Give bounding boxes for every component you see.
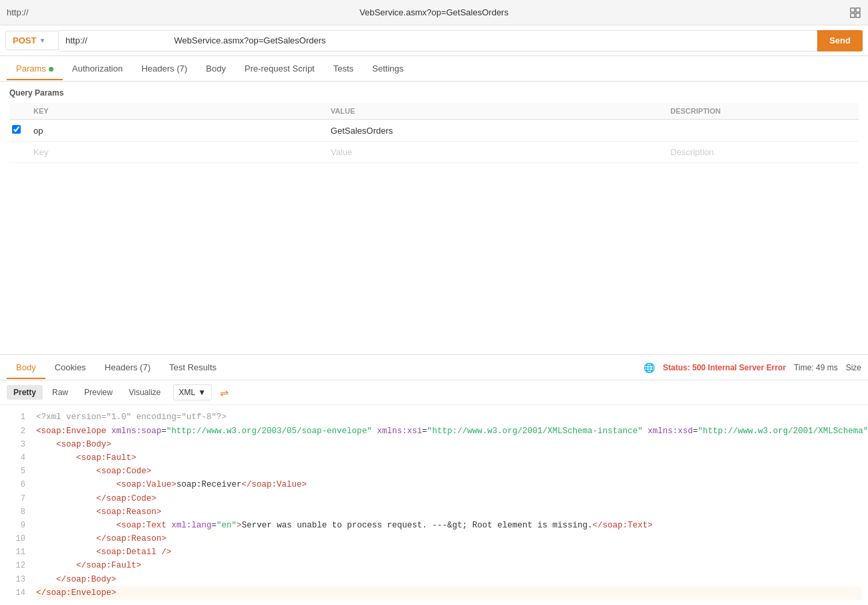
top-bar-title: VebService.asmx?op=GetSalesOrders bbox=[359, 7, 509, 17]
params-table: KEY VALUE DESCRIPTION op GetSalesOrders bbox=[9, 103, 859, 163]
response-status-bar: 🌐 Status: 500 Internal Server Error Time… bbox=[643, 362, 861, 373]
tab-tests[interactable]: Tests bbox=[324, 58, 363, 80]
svg-rect-2 bbox=[851, 13, 855, 17]
code-line-3: 3 <soap:Body> bbox=[0, 438, 868, 451]
code-line-14: 14</soap:Envelope> bbox=[0, 586, 868, 600]
tab-headers[interactable]: Headers (7) bbox=[132, 58, 197, 80]
table-row: op GetSalesOrders bbox=[9, 120, 859, 142]
format-tab-visualize[interactable]: Visualize bbox=[122, 385, 168, 400]
line-number: 9 bbox=[7, 519, 25, 532]
code-line-4: 4 <soap:Fault> bbox=[0, 451, 868, 465]
col-checkbox bbox=[9, 103, 28, 120]
line-content: <soap:Detail /> bbox=[36, 546, 861, 559]
code-line-9: 9 <soap:Text xml:lang="en">Server was un… bbox=[0, 519, 868, 532]
line-number: 4 bbox=[7, 451, 25, 465]
line-number: 3 bbox=[7, 438, 25, 451]
svg-rect-1 bbox=[856, 8, 860, 12]
row-value[interactable]: GetSalesOrders bbox=[325, 120, 665, 142]
globe-icon: 🌐 bbox=[643, 362, 655, 373]
line-number: 5 bbox=[7, 465, 25, 478]
status-time: Time: 49 ms bbox=[794, 363, 838, 372]
row-checkbox-cell[interactable] bbox=[9, 120, 28, 142]
row-checkbox[interactable] bbox=[12, 125, 21, 134]
code-line-5: 5 <soap:Code> bbox=[0, 465, 868, 478]
tab-authorization[interactable]: Authorization bbox=[63, 58, 132, 80]
placeholder-key[interactable]: Key bbox=[28, 142, 325, 163]
line-content: <soap:Code> bbox=[36, 465, 861, 478]
top-bar-right bbox=[849, 7, 861, 19]
line-content: <soap:Reason> bbox=[36, 505, 861, 519]
method-chevron: ▼ bbox=[39, 37, 45, 44]
top-bar-url-left: http:// bbox=[7, 7, 29, 17]
code-line-11: 11 <soap:Detail /> bbox=[0, 546, 868, 559]
code-line-13: 13 </soap:Body> bbox=[0, 573, 868, 586]
code-viewer[interactable]: 1<?xml version="1.0" encoding="utf-8"?>2… bbox=[0, 405, 868, 605]
xml-chevron: ▼ bbox=[198, 388, 206, 397]
tab-settings[interactable]: Settings bbox=[363, 58, 413, 80]
code-line-1: 1<?xml version="1.0" encoding="utf-8"?> bbox=[0, 410, 868, 424]
placeholder-description[interactable]: Description bbox=[665, 142, 859, 163]
code-line-10: 10 </soap:Reason> bbox=[0, 532, 868, 546]
placeholder-value[interactable]: Value bbox=[325, 142, 665, 163]
line-number: 14 bbox=[7, 586, 25, 600]
window-icon[interactable] bbox=[849, 7, 861, 19]
line-number: 10 bbox=[7, 532, 25, 546]
code-line-8: 8 <soap:Reason> bbox=[0, 505, 868, 519]
line-number: 8 bbox=[7, 505, 25, 519]
filter-icon[interactable]: ⇌ bbox=[220, 386, 229, 399]
xml-selector[interactable]: XML ▼ bbox=[173, 384, 212, 400]
url-bar: POST ▼ Send bbox=[0, 25, 868, 56]
code-line-2: 2<soap:Envelope xmlns:soap="http://www.w… bbox=[0, 425, 868, 438]
code-line-12: 12 </soap:Fault> bbox=[0, 559, 868, 572]
line-number: 11 bbox=[7, 546, 25, 559]
line-number: 12 bbox=[7, 559, 25, 572]
line-number: 6 bbox=[7, 478, 25, 491]
query-params-title: Query Params bbox=[9, 88, 859, 98]
line-number: 13 bbox=[7, 573, 25, 586]
format-tab-pretty[interactable]: Pretty bbox=[7, 385, 43, 400]
placeholder-checkbox-cell bbox=[9, 142, 28, 163]
line-content: </soap:Reason> bbox=[36, 532, 861, 546]
url-input[interactable] bbox=[59, 30, 817, 51]
line-number: 2 bbox=[7, 425, 25, 438]
resp-tab-body[interactable]: Body bbox=[7, 357, 45, 379]
query-params-section: Query Params KEY VALUE DESCRIPTION op bbox=[0, 82, 868, 163]
resp-tab-cookies[interactable]: Cookies bbox=[45, 357, 96, 379]
send-button[interactable]: Send bbox=[817, 30, 863, 51]
line-content: </soap:Envelope> bbox=[36, 586, 861, 600]
tab-prerequest[interactable]: Pre-request Script bbox=[235, 58, 324, 80]
code-line-7: 7 </soap:Code> bbox=[0, 492, 868, 505]
line-content: <soap:Fault> bbox=[36, 451, 861, 465]
response-tabs: Body Cookies Headers (7) Test Results 🌐 … bbox=[0, 355, 868, 380]
col-key: KEY bbox=[28, 103, 325, 120]
request-tabs: Params Authorization Headers (7) Body Pr… bbox=[0, 56, 868, 82]
line-number: 1 bbox=[7, 410, 25, 424]
line-content: </soap:Body> bbox=[36, 573, 861, 586]
status-size: Size bbox=[846, 363, 861, 372]
tab-body[interactable]: Body bbox=[196, 58, 235, 80]
line-content: <soap:Value>soap:Receiver</soap:Value> bbox=[36, 478, 861, 491]
line-content: </soap:Fault> bbox=[36, 559, 861, 572]
tab-params[interactable]: Params bbox=[7, 58, 63, 80]
line-content: <?xml version="1.0" encoding="utf-8"?> bbox=[36, 410, 861, 424]
col-description: DESCRIPTION bbox=[665, 103, 859, 120]
line-content: <soap:Text xml:lang="en">Server was unab… bbox=[36, 519, 861, 532]
table-row-placeholder: Key Value Description bbox=[9, 142, 859, 163]
format-tab-preview[interactable]: Preview bbox=[78, 385, 120, 400]
line-content: <soap:Body> bbox=[36, 438, 861, 451]
method-label: POST bbox=[13, 35, 36, 45]
line-content: <soap:Envelope xmlns:soap="http://www.w3… bbox=[36, 425, 868, 438]
line-content: </soap:Code> bbox=[36, 492, 861, 505]
format-bar: Pretty Raw Preview Visualize XML ▼ ⇌ bbox=[0, 380, 868, 405]
col-value: VALUE bbox=[325, 103, 665, 120]
row-key[interactable]: op bbox=[28, 120, 325, 142]
row-description[interactable] bbox=[665, 120, 859, 142]
resp-tab-test-results[interactable]: Test Results bbox=[160, 357, 226, 379]
resp-tab-headers[interactable]: Headers (7) bbox=[96, 357, 160, 379]
method-selector[interactable]: POST ▼ bbox=[5, 31, 59, 50]
svg-rect-3 bbox=[856, 13, 860, 17]
svg-rect-0 bbox=[851, 8, 855, 12]
code-line-6: 6 <soap:Value>soap:Receiver</soap:Value> bbox=[0, 478, 868, 491]
status-badge: Status: 500 Internal Server Error bbox=[663, 363, 786, 372]
format-tab-raw[interactable]: Raw bbox=[45, 385, 75, 400]
